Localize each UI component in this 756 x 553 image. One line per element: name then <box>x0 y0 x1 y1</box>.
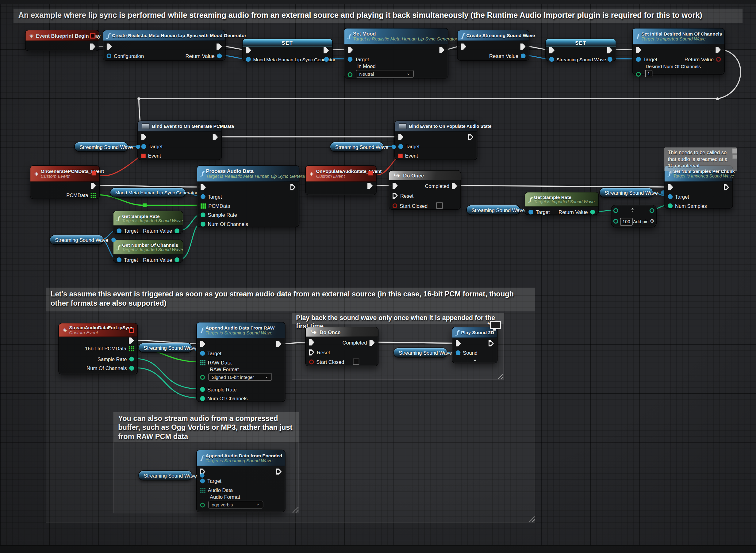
target-pin[interactable] <box>200 351 205 356</box>
exec-in-pin[interactable] <box>456 340 461 346</box>
target-pin[interactable] <box>117 257 122 262</box>
target-pin[interactable] <box>200 478 205 483</box>
exec-out-pin[interactable] <box>276 341 282 347</box>
variable-pill-streaming-sound-wave[interactable]: Streaming Sound Wave <box>599 187 653 198</box>
exec-out-pin[interactable] <box>276 468 282 475</box>
var-in-pin[interactable] <box>549 57 554 62</box>
exec-out-pin[interactable] <box>367 183 372 189</box>
start-closed-pin[interactable] <box>393 203 398 208</box>
target-pin[interactable] <box>398 144 403 149</box>
reset-exec-pin[interactable] <box>393 192 398 199</box>
node-divide[interactable]: ÷ 100 Add pin ⊕ <box>611 205 657 227</box>
audio-format-dropdown[interactable]: ogg vorbis <box>208 501 263 508</box>
exec-in-pin[interactable] <box>201 184 206 190</box>
node-set-mood[interactable]: ƒ Set Mood Target is Realistic Meta Huma… <box>344 28 449 78</box>
exec-in-pin[interactable] <box>246 47 251 53</box>
audio-data-pin[interactable] <box>200 487 205 493</box>
expand-pins-chevron-icon[interactable]: ⌄ <box>473 357 478 361</box>
divide-input-a-pin[interactable] <box>613 208 618 213</box>
start-closed-checkbox[interactable] <box>353 359 359 365</box>
divide-output-pin[interactable] <box>649 208 655 213</box>
return-value-pin[interactable] <box>590 210 595 215</box>
variable-pill-streaming-sound-wave[interactable]: Streaming Sound Wave <box>466 205 520 215</box>
raw-format-dropdown[interactable]: Signed 16-bit integer <box>208 373 272 381</box>
node-bind-event-populate-audio-state[interactable]: Bind Event to On Populate Audio State Ta… <box>394 121 477 160</box>
exec-out-pin[interactable] <box>715 47 721 53</box>
completed-exec-pin[interactable] <box>452 183 457 189</box>
target-pin[interactable] <box>529 210 533 215</box>
mood-dropdown[interactable]: Neutral <box>356 70 414 78</box>
exec-out-pin[interactable] <box>129 337 134 344</box>
var-out-pin[interactable] <box>391 145 396 149</box>
node-set-num-samples-per-chunk[interactable]: ƒ Set Num Samples Per Chunk Target is Im… <box>664 165 733 209</box>
raw-format-pin[interactable] <box>200 375 205 380</box>
comment-play-back[interactable]: Play back the sound wave only once when … <box>292 313 504 324</box>
return-value-pin[interactable] <box>217 54 222 59</box>
exec-in-pin[interactable] <box>668 184 673 190</box>
exec-out-pin[interactable] <box>90 43 95 49</box>
var-out-pin[interactable] <box>136 145 140 149</box>
node-append-audio-data-from-raw[interactable]: ƒ Append Audio Data From RAW Target is S… <box>196 322 285 402</box>
variable-pill-streaming-sound-wave[interactable]: Streaming Sound Wave <box>138 343 192 353</box>
exec-out-pin[interactable] <box>439 47 444 53</box>
start-closed-checkbox[interactable] <box>436 202 442 209</box>
num-samples-pin[interactable] <box>668 203 673 208</box>
exec-in-pin[interactable] <box>461 43 466 49</box>
node-append-audio-data-from-encoded[interactable]: ƒ Append Audio Data from Encoded Target … <box>196 450 285 512</box>
target-pin[interactable] <box>636 57 641 62</box>
exec-out-pin[interactable] <box>91 183 96 189</box>
node-do-once-bottom[interactable]: ¹➔ Do Once Completed Reset Start Closed <box>305 327 379 366</box>
exec-out-pin[interactable] <box>290 184 295 190</box>
num-channels-pin[interactable] <box>129 366 134 371</box>
node-bind-event-generate-pcmdata[interactable]: Bind Event to On Generate PCMData Target… <box>137 121 222 160</box>
desired-num-value[interactable]: 1 <box>645 70 652 77</box>
exec-in-pin[interactable] <box>107 43 112 49</box>
desired-num-pin[interactable] <box>636 72 641 77</box>
blueprint-graph-canvas[interactable]: An example where lip sync is performed w… <box>0 0 756 553</box>
sample-rate-pin[interactable] <box>201 213 205 217</box>
var-out-pin[interactable] <box>324 57 329 62</box>
return-value-pin[interactable] <box>521 54 526 59</box>
target-pin[interactable] <box>348 57 353 62</box>
exec-out-pin[interactable] <box>607 47 612 53</box>
exec-out-pin[interactable] <box>468 134 474 140</box>
sample-rate-pin[interactable] <box>200 387 205 392</box>
var-out-pin[interactable] <box>200 473 204 478</box>
sound-pin[interactable] <box>456 350 461 355</box>
reset-exec-pin[interactable] <box>309 349 315 355</box>
exec-out-pin[interactable] <box>213 134 218 140</box>
var-in-pin[interactable] <box>246 57 251 62</box>
pcmdata-pin[interactable] <box>201 203 206 209</box>
exec-in-pin[interactable] <box>200 341 205 347</box>
raw-data-pin[interactable] <box>200 360 205 365</box>
exec-out-pin[interactable] <box>724 184 729 190</box>
sample-rate-pin[interactable] <box>129 357 134 362</box>
node-ongenerate-pcmdata-event[interactable]: ◈ OnGeneratePCMData_Event Custom Event P… <box>30 165 100 199</box>
node-onpopulate-audiostate-event[interactable]: ◈ OnPopulateAudioState_Event Custom Even… <box>305 165 376 195</box>
return-value-pin[interactable] <box>175 257 180 262</box>
node-stream-audio-data-event[interactable]: ◈ StreamAudioDataForLipSync Custom Event… <box>58 323 138 374</box>
pcmdata-pin[interactable] <box>91 192 96 198</box>
target-pin[interactable] <box>668 194 673 199</box>
add-pin-label[interactable]: Add pin <box>633 219 649 224</box>
start-closed-pin[interactable] <box>309 360 314 365</box>
node-play-sound-2d[interactable]: ƒ Play Sound 2D Sound ⌄ <box>452 327 497 363</box>
add-pin-icon[interactable]: ⊕ <box>650 218 654 224</box>
comment-lets-assume[interactable]: Let's assume this event is triggered as … <box>46 288 535 311</box>
exec-out-pin[interactable] <box>324 47 329 53</box>
node-event-begin-play[interactable]: ◈ Event Blueprint Begin Play <box>25 30 99 51</box>
var-out-pin[interactable] <box>608 57 612 62</box>
num-channels-pin[interactable] <box>200 396 205 401</box>
delegate-out-pin[interactable] <box>92 171 96 175</box>
node-do-once-top[interactable]: ¹➔ Do Once Completed Reset Start Closed <box>389 170 461 210</box>
target-pin[interactable] <box>117 228 122 233</box>
node-get-number-of-channels[interactable]: ƒ Get Number Of Channels Target is Impor… <box>113 239 184 262</box>
comment-compressed[interactable]: You can also stream audio from a compres… <box>113 412 299 442</box>
exec-out-pin[interactable] <box>489 340 494 346</box>
variable-pill-streaming-sound-wave[interactable]: Streaming Sound Wave <box>394 347 448 358</box>
variable-pill-streaming-sound-wave[interactable]: Streaming Sound Wave <box>74 142 128 152</box>
exec-in-pin[interactable] <box>393 183 398 189</box>
node-process-audio-data[interactable]: ƒ Process Audio Data Target is Realistic… <box>197 165 299 227</box>
node-set-streaming-wave-var[interactable]: SET Streaming Sound Wave <box>545 38 616 61</box>
configuration-pin[interactable] <box>107 54 111 59</box>
